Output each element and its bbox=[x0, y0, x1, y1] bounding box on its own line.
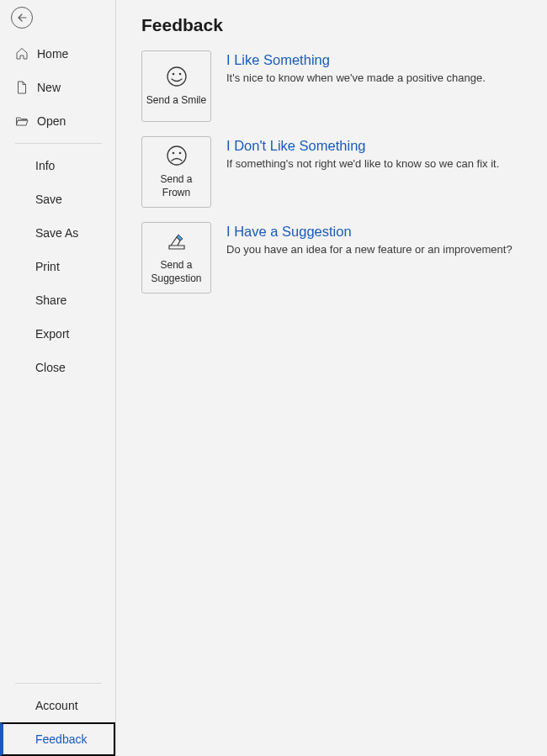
nav-home[interactable]: Home bbox=[0, 37, 115, 71]
send-smile-button[interactable]: Send a Smile bbox=[141, 50, 211, 122]
svg-point-2 bbox=[178, 72, 181, 75]
svg-point-0 bbox=[167, 67, 186, 86]
feedback-option-suggestion: Send a Suggestion I Have a Suggestion Do… bbox=[141, 222, 547, 293]
nav-label: Home bbox=[37, 47, 68, 61]
suggestion-icon bbox=[166, 230, 188, 252]
nav-label: Share bbox=[35, 293, 66, 307]
frown-face-icon bbox=[166, 145, 188, 167]
divider bbox=[15, 683, 102, 684]
nav-open[interactable]: Open bbox=[0, 104, 115, 138]
nav-label: Export bbox=[35, 327, 69, 341]
feedback-option-title: I Like Something bbox=[226, 52, 486, 68]
feedback-option-title: I Have a Suggestion bbox=[226, 224, 512, 240]
nav-label: Feedback bbox=[35, 732, 87, 746]
nav-feedback[interactable]: Feedback bbox=[0, 722, 115, 756]
feedback-option-desc: If something's not right we'd like to kn… bbox=[226, 157, 499, 170]
nav-new[interactable]: New bbox=[0, 71, 115, 104]
nav-label: Save As bbox=[35, 226, 78, 240]
svg-point-3 bbox=[167, 146, 186, 165]
tile-label: Send a Frown bbox=[146, 173, 207, 199]
back-button[interactable] bbox=[11, 7, 33, 29]
feedback-option-frown: Send a Frown I Don't Like Something If s… bbox=[141, 136, 547, 208]
back-arrow-icon bbox=[17, 13, 27, 23]
nav-close[interactable]: Close bbox=[0, 351, 115, 384]
nav-label: New bbox=[37, 81, 61, 94]
folder-open-icon bbox=[15, 114, 29, 128]
feedback-option-smile: Send a Smile I Like Something It's nice … bbox=[141, 50, 547, 122]
document-icon bbox=[15, 81, 29, 94]
nav-print[interactable]: Print bbox=[0, 250, 115, 283]
nav-account[interactable]: Account bbox=[0, 689, 115, 722]
tile-label: Send a Suggestion bbox=[146, 259, 207, 285]
nav-label: Account bbox=[35, 699, 78, 712]
feedback-option-desc: Do you have an idea for a new feature or… bbox=[226, 243, 512, 256]
nav-share[interactable]: Share bbox=[0, 283, 115, 317]
tile-label: Send a Smile bbox=[146, 94, 206, 108]
feedback-option-title: I Don't Like Something bbox=[226, 138, 499, 154]
nav-export[interactable]: Export bbox=[0, 317, 115, 351]
nav-label: Close bbox=[35, 361, 66, 374]
nav-save[interactable]: Save bbox=[0, 182, 115, 216]
nav-label: Open bbox=[37, 114, 66, 128]
svg-point-5 bbox=[178, 152, 181, 155]
svg-point-4 bbox=[172, 152, 174, 155]
backstage-sidebar: Home New Open Info Save Save As Print Sh… bbox=[0, 0, 116, 756]
page-title: Feedback bbox=[141, 15, 547, 35]
nav-label: Info bbox=[35, 159, 55, 172]
home-icon bbox=[15, 47, 29, 61]
send-frown-button[interactable]: Send a Frown bbox=[141, 136, 211, 208]
smile-face-icon bbox=[166, 66, 188, 87]
divider bbox=[15, 143, 102, 144]
svg-point-1 bbox=[172, 72, 174, 75]
nav-info[interactable]: Info bbox=[0, 149, 115, 182]
feedback-option-desc: It's nice to know when we've made a posi… bbox=[226, 71, 486, 84]
send-suggestion-button[interactable]: Send a Suggestion bbox=[141, 222, 211, 293]
nav-label: Save bbox=[35, 193, 62, 206]
nav-save-as[interactable]: Save As bbox=[0, 216, 115, 250]
main-content: Feedback Send a Smile I Like Something I… bbox=[116, 0, 547, 756]
nav-label: Print bbox=[35, 260, 60, 273]
